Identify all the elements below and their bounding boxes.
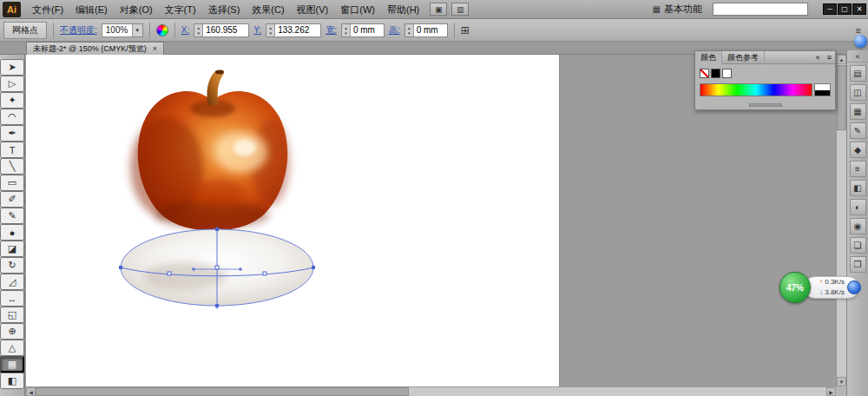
eraser-tool-icon[interactable]: ◪ — [0, 241, 24, 257]
transparency-panel-icon[interactable]: ◐ — [850, 199, 866, 215]
workspace-switcher[interactable]: ▦ 基本功能 — [653, 3, 702, 16]
recolor-artwork-icon[interactable] — [156, 24, 168, 36]
spinner-icon[interactable]: ▴ ▾ — [342, 24, 351, 36]
pen-tool-icon[interactable]: ✒ — [0, 125, 24, 142]
color-panel-icon[interactable]: ▤ — [850, 65, 866, 82]
width-tool-icon[interactable]: ↔ — [0, 290, 24, 307]
vertical-scrollbar[interactable]: ▲ ▼ — [836, 55, 846, 386]
white-swatch[interactable] — [722, 69, 732, 78]
tab-close-icon[interactable]: × — [153, 44, 157, 53]
direct-selection-tool-icon[interactable]: ▷ — [0, 76, 24, 92]
spinner-icon[interactable]: ▴ ▾ — [266, 24, 275, 36]
blob-brush-tool-icon[interactable]: ● — [0, 224, 24, 241]
perspective-grid-tool-icon[interactable]: △ — [0, 340, 24, 356]
mesh-tool-icon[interactable]: ▦ — [0, 356, 24, 373]
magic-wand-tool-icon[interactable]: ✦ — [0, 92, 24, 109]
selection-tool-icon[interactable]: ➤ — [0, 59, 24, 76]
scroll-right-icon[interactable]: ▶ — [826, 387, 836, 396]
menu-window[interactable]: 窗口(W) — [334, 0, 381, 19]
document-layout-icon[interactable]: ▥ — [451, 3, 469, 16]
floating-ball-icon[interactable] — [854, 35, 867, 48]
panel-menu-icon[interactable]: ≡ — [824, 53, 835, 62]
opacity-label[interactable]: 不透明度: — [60, 24, 97, 36]
spin-down-icon[interactable]: ▾ — [197, 30, 200, 36]
rotate-tool-icon[interactable]: ↻ — [0, 257, 24, 274]
dock-expand-icon[interactable]: « — [847, 50, 868, 63]
spinner-icon[interactable]: ▴ ▾ — [194, 24, 203, 36]
lasso-tool-icon[interactable]: ◠ — [0, 109, 24, 125]
menu-edit[interactable]: 编辑(E) — [69, 0, 114, 19]
horizontal-scroll-thumb[interactable] — [36, 387, 409, 396]
y-input[interactable] — [275, 25, 320, 35]
tab-color-guide[interactable]: 颜色参考 — [722, 51, 765, 64]
color-guide-panel-icon[interactable]: ◫ — [850, 84, 866, 101]
arrange-documents-icon[interactable]: ▣ — [430, 3, 447, 16]
rectangle-tool-icon[interactable]: ▭ — [0, 175, 24, 191]
scroll-left-icon[interactable]: ◀ — [26, 387, 36, 396]
color-spectrum-bar[interactable] — [700, 83, 812, 96]
menu-view[interactable]: 视图(V) — [291, 0, 335, 19]
shadow-ellipse-mesh[interactable] — [117, 224, 317, 315]
x-field[interactable]: ▴ ▾ — [194, 23, 249, 37]
apple-artwork[interactable] — [122, 65, 304, 239]
dropdown-arrow-icon[interactable]: ▼ — [132, 24, 142, 36]
height-label[interactable]: 高: — [389, 24, 400, 36]
none-swatch[interactable] — [700, 69, 709, 78]
spectrum-end-swatches[interactable] — [814, 83, 831, 96]
speed-percent-badge[interactable]: 47% — [779, 272, 811, 303]
graphic-styles-panel-icon[interactable]: ❏ — [850, 237, 866, 254]
spectrum-black-swatch[interactable] — [815, 90, 830, 96]
height-field[interactable]: ▴ ▾ — [404, 23, 448, 37]
menu-type[interactable]: 文字(T) — [159, 0, 202, 19]
y-field[interactable]: ▴ ▾ — [266, 23, 321, 37]
color-panel: 颜色 颜色参考 « ≡ — [694, 50, 836, 110]
scale-tool-icon[interactable]: ◿ — [0, 274, 24, 290]
network-speed-widget[interactable]: ↑ 0.3K/s ↓ 3.8K/s 47% — [779, 270, 861, 305]
search-input[interactable] — [713, 3, 808, 16]
width-field[interactable]: ▴ ▾ — [341, 23, 385, 37]
horizontal-scrollbar[interactable]: ◀ ▶ — [26, 386, 836, 396]
appearance-panel-icon[interactable]: ◉ — [850, 218, 866, 234]
free-transform-tool-icon[interactable]: ◱ — [0, 307, 24, 323]
accelerate-ball-icon[interactable] — [847, 280, 861, 294]
menu-object[interactable]: 对象(O) — [114, 0, 159, 19]
spin-down-icon[interactable]: ▾ — [345, 30, 347, 36]
panel-resize-grip[interactable] — [749, 103, 782, 107]
scroll-down-icon[interactable]: ▼ — [837, 377, 846, 386]
width-label[interactable]: 宽: — [326, 24, 337, 36]
separator — [53, 23, 54, 38]
menu-select[interactable]: 选择(S) — [202, 0, 247, 19]
stroke-panel-icon[interactable]: ≡ — [850, 161, 866, 177]
menu-effect[interactable]: 效果(C) — [246, 0, 290, 19]
opacity-dropdown[interactable]: 100% ▼ — [102, 23, 143, 37]
pencil-tool-icon[interactable]: ✎ — [0, 208, 24, 224]
gradient-tool-icon[interactable]: ◧ — [0, 373, 24, 389]
tab-color[interactable]: 颜色 — [695, 51, 722, 64]
paintbrush-tool-icon[interactable]: ✐ — [0, 191, 24, 208]
scroll-up-icon[interactable]: ▲ — [837, 55, 846, 64]
symbols-panel-icon[interactable]: ◆ — [850, 142, 866, 158]
spin-down-icon[interactable]: ▾ — [269, 30, 272, 36]
brushes-panel-icon[interactable]: ✎ — [850, 122, 866, 139]
document-tab[interactable]: 未标题-2* @ 150% (CMYK/预览) × — [26, 42, 164, 55]
spinner-icon[interactable]: ▴ ▾ — [405, 24, 414, 36]
menu-file[interactable]: 文件(F) — [26, 0, 69, 19]
type-tool-icon[interactable]: T — [0, 142, 24, 158]
swatches-panel-icon[interactable]: ▦ — [850, 103, 866, 120]
spin-down-icon[interactable]: ▾ — [408, 30, 411, 36]
menu-help[interactable]: 帮助(H) — [381, 0, 425, 19]
line-segment-tool-icon[interactable]: ╲ — [0, 158, 24, 175]
transform-grid-icon[interactable]: ⊞ — [461, 24, 470, 36]
width-input[interactable] — [351, 25, 384, 35]
minimize-button[interactable]: ─ — [823, 3, 837, 15]
x-input[interactable] — [203, 25, 248, 35]
controlbar-menu-icon[interactable]: ≡ — [856, 25, 865, 36]
maximize-button[interactable]: ▢ — [838, 3, 852, 15]
vertical-scroll-thumb[interactable] — [837, 65, 846, 130]
gradient-panel-icon[interactable]: ◧ — [850, 180, 866, 196]
black-swatch[interactable] — [711, 69, 720, 78]
panel-collapse-icon[interactable]: « — [812, 53, 824, 62]
shape-builder-tool-icon[interactable]: ⊕ — [0, 323, 24, 340]
height-input[interactable] — [414, 25, 447, 35]
close-button[interactable]: ✕ — [852, 3, 866, 15]
